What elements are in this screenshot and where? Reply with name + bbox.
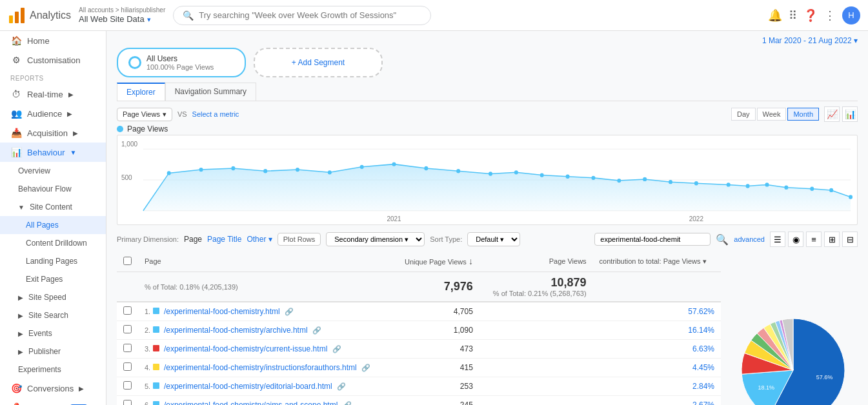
page-external-icon[interactable]: 🔗 — [337, 382, 346, 390]
svg-point-8 — [199, 168, 203, 172]
sidebar-item-audience[interactable]: 👥 Audience ▶ — [0, 104, 106, 123]
page-link[interactable]: /experimental-food-chemistry/current-iss… — [164, 344, 327, 353]
plot-rows-button[interactable]: Plot Rows — [278, 233, 321, 246]
page-link[interactable]: /experimental-food-chemistry/instruction… — [164, 363, 357, 372]
sidebar-item-events[interactable]: ▶ Events — [0, 324, 106, 342]
pct-cell: 6.63% — [593, 340, 721, 359]
secondary-dimension-select[interactable]: Secondary dimension ▾ — [326, 232, 425, 246]
table-search-input[interactable] — [594, 233, 711, 246]
data-table: Page Unique Page Views ↓ Page Views cont… — [117, 251, 721, 405]
advanced-button[interactable]: advanced — [734, 235, 765, 243]
avatar[interactable]: H — [842, 6, 860, 25]
svg-point-9 — [231, 166, 235, 170]
unique-views-sort-icon[interactable]: ↓ — [469, 256, 473, 266]
date-range-selector[interactable]: 1 Mar 2020 - 21 Aug 2022 ▾ — [117, 31, 858, 48]
sidebar-item-site-search[interactable]: ▶ Site Search — [0, 306, 106, 324]
sidebar-item-overview[interactable]: Overview — [0, 162, 106, 180]
sidebar-item-site-speed[interactable]: ▶ Site Speed — [0, 288, 106, 306]
tab-explorer[interactable]: Explorer — [117, 83, 165, 101]
page-link[interactable]: /experimental-food-chemistry/aims-and-sc… — [164, 400, 338, 405]
sidebar-item-customisation[interactable]: ⚙ Customisation — [0, 50, 106, 70]
bell-icon[interactable]: 🔔 — [768, 8, 782, 23]
page-external-icon[interactable]: 🔗 — [312, 326, 321, 334]
svg-point-26 — [727, 183, 731, 186]
page-link[interactable]: /experimental-food-chemistry.html — [164, 307, 280, 316]
explorer-tabs: Explorer Navigation Summary — [117, 83, 858, 101]
bar-view-button[interactable]: ≡ — [806, 232, 822, 247]
reports-section-label: REPORTS — [0, 70, 106, 84]
sidebar-item-conversions[interactable]: 🎯 Conversions ▶ — [0, 379, 106, 398]
page-dim-button[interactable]: Page — [184, 235, 202, 244]
help-icon[interactable]: ❓ — [803, 8, 818, 23]
apps-icon[interactable]: ⠿ — [789, 8, 797, 23]
pie-label: 18.1% — [758, 384, 775, 391]
pivot-view-button[interactable]: ⊞ — [824, 232, 840, 247]
row-checkbox[interactable] — [123, 400, 132, 405]
sort-type-select[interactable]: Default ▾ — [467, 232, 520, 246]
sidebar-item-attribution[interactable]: 📍 Attribution BETA — [0, 398, 106, 405]
sidebar-item-experiments[interactable]: Experiments — [0, 361, 106, 379]
row-checkbox[interactable] — [123, 344, 132, 352]
row-checkbox[interactable] — [123, 325, 132, 333]
page-external-icon[interactable]: 🔗 — [361, 364, 370, 371]
sidebar-item-publisher[interactable]: ▶ Publisher — [0, 342, 106, 361]
segment-circle-icon — [128, 56, 141, 69]
select-all-checkbox[interactable] — [123, 257, 132, 265]
other-dim-button[interactable]: Other ▾ — [247, 235, 272, 244]
pie-view-button[interactable]: ◉ — [788, 232, 803, 247]
pct-cell: 57.62% — [593, 302, 721, 321]
row-checkbox[interactable] — [123, 362, 132, 371]
line-chart-button[interactable]: 📈 — [824, 106, 840, 122]
week-button[interactable]: Week — [757, 108, 787, 121]
page-external-icon[interactable]: 🔗 — [343, 401, 352, 405]
page-color-icon — [153, 382, 159, 389]
sidebar-item-landing-pages[interactable]: Landing Pages — [0, 252, 106, 270]
all-users-segment: All Users 100.00% Page Views — [117, 48, 246, 77]
more-view-button[interactable]: ⊟ — [842, 232, 858, 247]
sidebar-item-exit-pages[interactable]: Exit Pages — [0, 270, 106, 288]
search-bar[interactable]: 🔍 — [173, 6, 431, 25]
search-input[interactable] — [199, 10, 421, 20]
tab-navigation-summary[interactable]: Navigation Summary — [165, 83, 256, 101]
sidebar-item-all-pages[interactable]: All Pages — [0, 216, 106, 234]
sidebar-item-site-content[interactable]: ▼ Site Content — [0, 198, 106, 216]
select-metric-link[interactable]: Select a metric — [192, 110, 239, 118]
svg-point-16 — [456, 169, 460, 173]
add-segment-button[interactable]: + Add Segment — [254, 48, 383, 77]
analytics-logo-icon — [8, 6, 26, 25]
row-checkbox[interactable] — [123, 306, 132, 315]
sidebar-item-behaviour-flow[interactable]: Behaviour Flow — [0, 180, 106, 198]
breadcrumb: All accounts > hiliarispublisher All Web… — [79, 6, 165, 25]
bar-chart-button[interactable]: 📊 — [842, 106, 858, 122]
metric-select[interactable]: Page Views ▾ — [117, 108, 172, 121]
more-icon[interactable]: ⋮ — [824, 8, 836, 23]
svg-text:2021: 2021 — [387, 215, 401, 222]
sidebar-item-home[interactable]: 🏠 Home — [0, 31, 106, 50]
sidebar-item-acquisition[interactable]: 📥 Acquisition ▶ — [0, 123, 106, 143]
page-link[interactable]: /experimental-food-chemistry/editorial-b… — [164, 382, 332, 391]
row-checkbox[interactable] — [123, 381, 132, 390]
page-external-icon[interactable]: 🔗 — [332, 345, 341, 353]
table-header-row: Page Unique Page Views ↓ Page Views cont… — [117, 251, 721, 272]
behaviour-icon: 📊 — [10, 147, 22, 157]
table-row: 4. /experimental-food-chemistry/instruct… — [117, 359, 721, 377]
table-search-icon[interactable]: 🔍 — [716, 233, 729, 246]
page-title-dim-button[interactable]: Page Title — [207, 235, 241, 244]
table-view-button[interactable]: ☰ — [770, 232, 785, 247]
page-external-icon[interactable]: 🔗 — [285, 308, 294, 315]
chart-container: 1,000 500 — [117, 135, 858, 225]
sidebar-item-realtime[interactable]: ⏱ Real-time ▶ — [0, 84, 106, 104]
month-button[interactable]: Month — [787, 108, 819, 121]
page-link[interactable]: /experimental-food-chemistry/archive.htm… — [164, 326, 308, 335]
svg-point-28 — [765, 183, 769, 186]
svg-point-31 — [829, 188, 833, 192]
pct-cell: 2.67% — [593, 396, 721, 406]
chart-controls: Page Views ▾ VS Select a metric Day Week… — [117, 106, 858, 122]
sidebar-item-behaviour[interactable]: 📊 Behaviour ▼ — [0, 143, 106, 162]
page-color-icon — [153, 326, 159, 333]
acquisition-icon: 📥 — [10, 128, 22, 138]
sidebar-item-content-drilldown[interactable]: Content Drilldown — [0, 234, 106, 252]
unique-views-cell: 1,090 — [393, 321, 479, 340]
pct-cell: 2.84% — [593, 377, 721, 396]
day-button[interactable]: Day — [731, 108, 756, 121]
